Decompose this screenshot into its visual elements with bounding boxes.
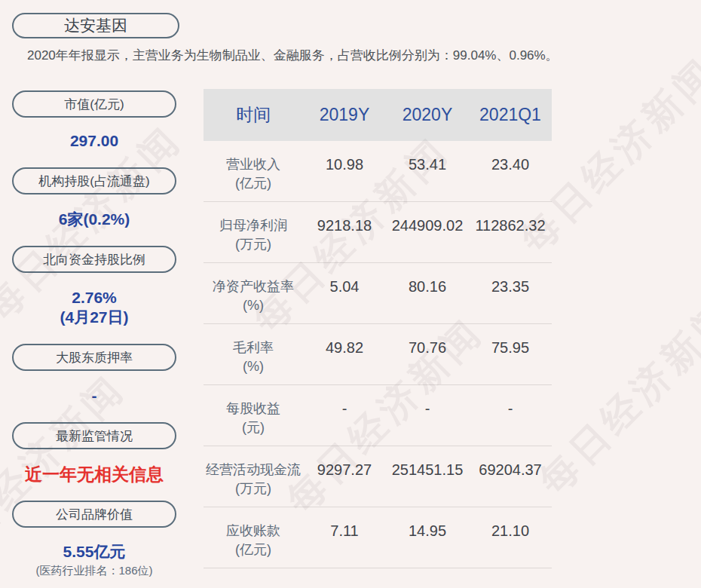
sidebar-pill-brand-value: 公司品牌价值 — [12, 501, 176, 528]
row-label: 归母净利润 — [204, 216, 303, 235]
column-header-2021q1: 2021Q1 — [469, 105, 552, 125]
sidebar-pill-label: 市值(亿元) — [64, 96, 124, 113]
company-name: 达安基因 — [64, 15, 127, 36]
row-label: 毛利率 — [204, 338, 303, 357]
sidebar-pill-institutional-holdings: 机构持股(占流通盘) — [12, 167, 176, 194]
cell-value: - — [386, 400, 469, 418]
cell-value: 23.35 — [469, 277, 552, 296]
cell-value: 251451.15 — [386, 461, 469, 479]
pledge-ratio-value: - — [12, 386, 176, 406]
cell-value: 9297.27 — [303, 461, 386, 479]
cell-value: 53.41 — [386, 155, 469, 174]
sidebar-pill-label: 机构持股(占流通盘) — [38, 173, 149, 190]
brand-value-industry-rank: (医药行业排名：186位) — [12, 564, 176, 578]
column-header-2019y: 2019Y — [303, 105, 386, 125]
northbound-holdings-value: 2.76% (4月27日) — [12, 288, 176, 327]
cell-value: 75.95 — [469, 338, 552, 357]
cell-value: 244909.02 — [386, 216, 469, 235]
table-row: 毛利率 (%) 49.82 70.76 75.95 — [204, 324, 552, 385]
financial-table: 时间 2019Y 2020Y 2021Q1 营业收入 (亿元) 10.98 53… — [204, 89, 552, 568]
row-unit: (万元) — [204, 235, 303, 254]
column-header-time: 时间 — [204, 103, 303, 127]
sidebar-pill-northbound-holdings: 北向资金持股比例 — [12, 246, 176, 273]
company-name-pill: 达安基因 — [12, 13, 179, 38]
cell-value: 70.76 — [386, 338, 469, 357]
business-description: 2020年年报显示，主营业务为生物制品业、金融服务，占营收比例分别为：99.04… — [27, 47, 675, 65]
institutional-holdings-value: 6家(0.2%) — [12, 210, 176, 229]
sidebar-pill-label: 大股东质押率 — [56, 349, 133, 366]
market-cap-value: 297.00 — [12, 131, 176, 151]
row-unit: (元) — [204, 418, 303, 437]
table-row: 经营活动现金流 (万元) 9297.27 251451.15 69204.37 — [204, 446, 552, 507]
row-unit: (万元) — [204, 479, 303, 498]
table-row: 净资产收益率 (%) 5.04 80.16 23.35 — [204, 263, 552, 324]
table-row: 归母净利润 (万元) 9218.18 244909.02 112862.32 — [204, 202, 552, 263]
cell-value: 80.16 — [386, 277, 469, 296]
row-unit: (%) — [204, 296, 303, 315]
row-unit: (%) — [204, 357, 303, 376]
sidebar-pill-label: 最新监管情况 — [56, 427, 133, 445]
cell-value: 14.95 — [386, 522, 469, 541]
cell-value: 5.04 — [303, 277, 386, 296]
sidebar-pill-regulatory-status: 最新监管情况 — [12, 422, 176, 449]
sidebar-pill-label: 公司品牌价值 — [56, 506, 133, 523]
row-unit: (亿元) — [204, 541, 303, 559]
table-row: 每股收益 (元) - - - — [204, 385, 552, 446]
sidebar-pill-label: 北向资金持股比例 — [43, 251, 145, 268]
row-label: 每股收益 — [204, 400, 303, 418]
regulatory-status-value: 近一年无相关信息 — [12, 464, 176, 484]
column-header-2020y: 2020Y — [386, 105, 469, 125]
cell-value: 21.10 — [469, 522, 552, 541]
cell-value: - — [303, 400, 386, 418]
cell-value: 7.11 — [303, 522, 386, 541]
sidebar-pill-market-cap: 市值(亿元) — [12, 90, 176, 118]
table-header-row: 时间 2019Y 2020Y 2021Q1 — [204, 89, 552, 141]
row-label: 净资产收益率 — [204, 277, 303, 296]
row-label: 经营活动现金流 — [204, 461, 303, 479]
cell-value: 49.82 — [303, 338, 386, 357]
company-financial-card: 达安基因 2020年年报显示，主营业务为生物制品业、金融服务，占营收比例分别为：… — [0, 0, 701, 588]
table-row: 营业收入 (亿元) 10.98 53.41 23.40 — [204, 141, 552, 202]
cell-value: 23.40 — [469, 155, 552, 174]
northbound-holdings-percent: 2.76% — [12, 288, 176, 308]
row-label: 应收账款 — [204, 522, 303, 541]
cell-value: 9218.18 — [303, 216, 386, 235]
sidebar-pill-pledge-ratio: 大股东质押率 — [12, 344, 176, 371]
cell-value: 10.98 — [303, 155, 386, 174]
table-row: 应收账款 (亿元) 7.11 14.95 21.10 — [204, 507, 552, 568]
cell-value: - — [469, 400, 552, 418]
cell-value: 112862.32 — [469, 216, 552, 235]
northbound-holdings-date: (4月27日) — [12, 308, 176, 327]
cell-value: 69204.37 — [469, 461, 552, 479]
brand-value: 5.55亿元 — [12, 542, 176, 562]
row-unit: (亿元) — [204, 174, 303, 193]
row-label: 营业收入 — [204, 155, 303, 174]
